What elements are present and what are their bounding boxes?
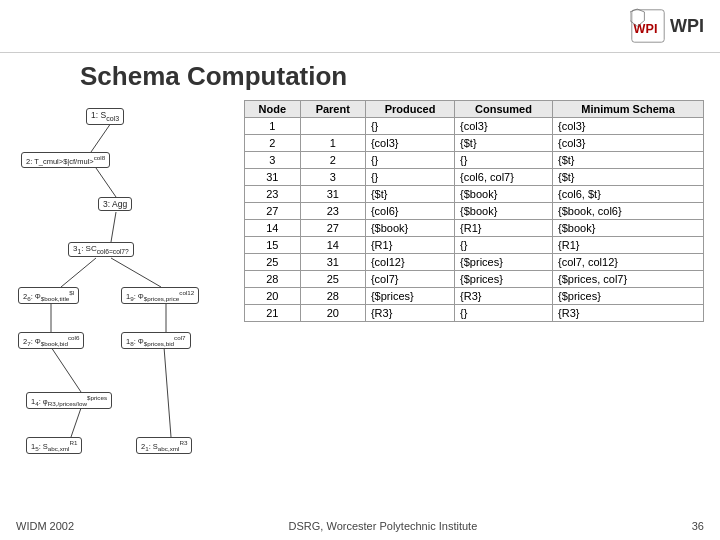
node-1: 1: Scol3 bbox=[86, 108, 124, 125]
table-cell: {$t} bbox=[553, 169, 704, 186]
table-cell: 28 bbox=[300, 288, 365, 305]
col-min-schema: Minimum Schema bbox=[553, 101, 704, 118]
col-parent: Parent bbox=[300, 101, 365, 118]
node-26: 26: Φ$book,title$l bbox=[18, 287, 79, 304]
table-cell: 3 bbox=[245, 152, 301, 169]
node-3: 3: Agg bbox=[98, 197, 132, 211]
table-cell: 23 bbox=[245, 186, 301, 203]
logo-text: WPI bbox=[670, 16, 704, 37]
table-cell: 31 bbox=[300, 186, 365, 203]
svg-line-12 bbox=[164, 347, 171, 437]
table-cell: {$prices} bbox=[365, 288, 454, 305]
table-row: 2331{$t}{$book}{col6, $t} bbox=[245, 186, 704, 203]
table-row: 2723{col6}{$book}{$book, col6} bbox=[245, 203, 704, 220]
node-2: 2: T_cmul>$|cf/mul>col8 bbox=[21, 152, 110, 168]
table-cell: {col7} bbox=[365, 271, 454, 288]
table-cell: {R1} bbox=[553, 237, 704, 254]
table-row: 1514{R1}{}{R1} bbox=[245, 237, 704, 254]
page-title: Schema Computation bbox=[0, 53, 720, 96]
node-31: 31: SCcol6=col7? bbox=[68, 242, 134, 257]
table-cell: {R1} bbox=[365, 237, 454, 254]
table-body: 1{}{col3}{col3}21{col3}{$t}{col3}32{}{}{… bbox=[245, 118, 704, 322]
table-cell: 20 bbox=[300, 305, 365, 322]
table-row: 2120{R3}{}{R3} bbox=[245, 305, 704, 322]
table-cell: {$t} bbox=[365, 186, 454, 203]
table-row: 2531{col12}{$prices}{col7, col12} bbox=[245, 254, 704, 271]
table-cell: 21 bbox=[245, 305, 301, 322]
footer-right: 36 bbox=[692, 520, 704, 532]
table-cell: {$book} bbox=[553, 220, 704, 237]
diagram-panel: 1: Scol3 2: T_cmul>$|cf/mul>col8 3: Agg … bbox=[16, 100, 236, 530]
svg-line-10 bbox=[51, 347, 81, 392]
node-15: 15: Sabc,xmlR1 bbox=[26, 437, 82, 454]
table-cell: {R3} bbox=[455, 288, 553, 305]
node-14: 14: φR3,/prices/low$prices bbox=[26, 392, 112, 409]
table-cell: 14 bbox=[300, 237, 365, 254]
node-27: 27: Φ$book,bidcol6 bbox=[18, 332, 84, 349]
table-cell: {$book} bbox=[455, 203, 553, 220]
table-cell: 31 bbox=[245, 169, 301, 186]
table-cell: {} bbox=[365, 118, 454, 135]
col-consumed: Consumed bbox=[455, 101, 553, 118]
schema-table: Node Parent Produced Consumed Minimum Sc… bbox=[244, 100, 704, 322]
table-cell: 25 bbox=[300, 271, 365, 288]
table-cell: {$prices} bbox=[553, 288, 704, 305]
table-cell: 25 bbox=[245, 254, 301, 271]
table-cell: 15 bbox=[245, 237, 301, 254]
table-cell: 28 bbox=[245, 271, 301, 288]
logo: WPI WPI bbox=[630, 8, 704, 44]
footer: WIDM 2002 DSRG, Worcester Polytechnic In… bbox=[0, 520, 720, 532]
table-row: 1{}{col3}{col3} bbox=[245, 118, 704, 135]
table-cell: {col7, col12} bbox=[553, 254, 704, 271]
table-row: 2825{col7}{$prices}{$prices, col7} bbox=[245, 271, 704, 288]
table-cell: {$t} bbox=[553, 152, 704, 169]
table-cell: {} bbox=[365, 152, 454, 169]
svg-line-5 bbox=[111, 212, 116, 242]
table-cell: {col3} bbox=[365, 135, 454, 152]
table-cell: {$book} bbox=[455, 186, 553, 203]
svg-line-11 bbox=[71, 408, 81, 437]
table-cell: {col3} bbox=[455, 118, 553, 135]
table-cell: 27 bbox=[300, 220, 365, 237]
table-cell: {$book, col6} bbox=[553, 203, 704, 220]
svg-line-7 bbox=[111, 258, 161, 287]
svg-line-6 bbox=[61, 258, 96, 287]
footer-left: WIDM 2002 bbox=[16, 520, 74, 532]
svg-line-4 bbox=[96, 168, 116, 197]
table-row: 313{}{col6, col7}{$t} bbox=[245, 169, 704, 186]
table-cell: {} bbox=[365, 169, 454, 186]
table-cell: 27 bbox=[245, 203, 301, 220]
header: WPI WPI bbox=[0, 0, 720, 53]
table-cell: {$t} bbox=[455, 135, 553, 152]
footer-center: DSRG, Worcester Polytechnic Institute bbox=[289, 520, 478, 532]
table-cell: {R3} bbox=[365, 305, 454, 322]
col-node: Node bbox=[245, 101, 301, 118]
table-cell: 20 bbox=[245, 288, 301, 305]
table-cell: 14 bbox=[245, 220, 301, 237]
table-cell: {} bbox=[455, 237, 553, 254]
table-cell: 31 bbox=[300, 254, 365, 271]
col-produced: Produced bbox=[365, 101, 454, 118]
table-cell: {col3} bbox=[553, 135, 704, 152]
table-cell: {$book} bbox=[365, 220, 454, 237]
table-cell: {col6, col7} bbox=[455, 169, 553, 186]
table-row: 32{}{}{$t} bbox=[245, 152, 704, 169]
table-row: 2028{$prices}{R3}{$prices} bbox=[245, 288, 704, 305]
table-cell: {col6} bbox=[365, 203, 454, 220]
table-cell: 2 bbox=[245, 135, 301, 152]
main-content: 1: Scol3 2: T_cmul>$|cf/mul>col8 3: Agg … bbox=[0, 96, 720, 534]
table-cell: {$prices, col7} bbox=[553, 271, 704, 288]
table-cell: 1 bbox=[245, 118, 301, 135]
table-cell bbox=[300, 118, 365, 135]
table-cell: {col6, $t} bbox=[553, 186, 704, 203]
svg-line-3 bbox=[91, 123, 111, 152]
table-row: 21{col3}{$t}{col3} bbox=[245, 135, 704, 152]
table-cell: 3 bbox=[300, 169, 365, 186]
table-cell: {col3} bbox=[553, 118, 704, 135]
table-cell: 23 bbox=[300, 203, 365, 220]
table-cell: {$prices} bbox=[455, 271, 553, 288]
table-cell: {} bbox=[455, 305, 553, 322]
wpi-logo-icon: WPI bbox=[630, 8, 666, 44]
diagram-container: 1: Scol3 2: T_cmul>$|cf/mul>col8 3: Agg … bbox=[16, 100, 236, 530]
table-cell: 2 bbox=[300, 152, 365, 169]
